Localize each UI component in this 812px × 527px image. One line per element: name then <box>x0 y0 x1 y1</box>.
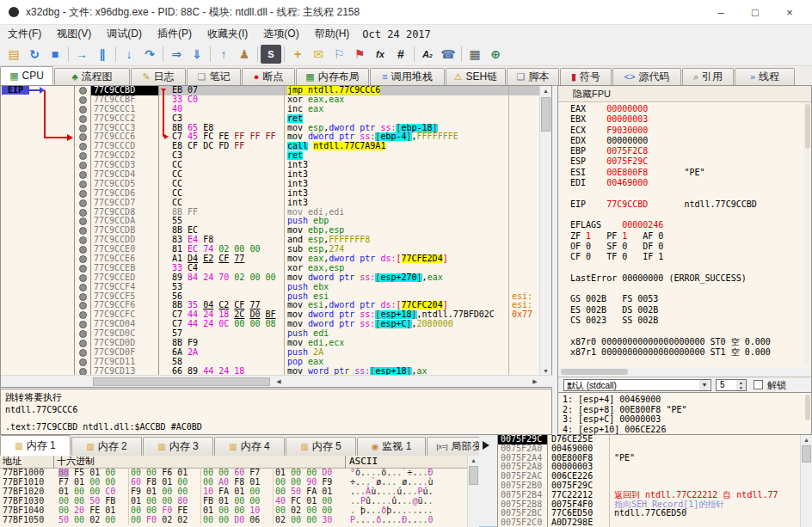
register-line[interactable]: EDI 00469000 <box>570 178 803 188</box>
step-into-button[interactable]: ↓ <box>119 45 139 64</box>
stack-row[interactable]: 0075F2BC77C6ED50ntdll.77C6ED50 <box>498 509 812 518</box>
trace-into-button[interactable]: ⇒ <box>166 45 187 64</box>
register-line[interactable] <box>570 284 803 294</box>
breakpoint-dot-cell[interactable] <box>74 301 91 310</box>
breakpoint-dot-cell[interactable] <box>74 245 91 254</box>
disasm-row[interactable]: 77C9CCDB8B ECmov ebp,esp <box>1 226 539 236</box>
breakpoint-dot-cell[interactable] <box>74 124 91 133</box>
argument-line-1[interactable]: 1: [esp+4] 00469000 <box>558 395 811 405</box>
disasm-row[interactable]: 77C9CCD5CCint3 <box>1 180 539 189</box>
breakpoint-dot-cell[interactable] <box>74 142 91 151</box>
dump-tab-memory-3[interactable]: ▥内存 3 <box>143 437 213 456</box>
disasm-row[interactable]: 77C9CCDD83 E4 F8and esp,FFFFFFF8 <box>1 236 539 245</box>
tab-script[interactable]: ❏脚本 <box>507 68 559 85</box>
tab-memory-map[interactable]: ▦内存布局 <box>296 68 369 85</box>
tab-notes[interactable]: ❏笔记 <box>187 68 241 85</box>
tab-threads[interactable]: »线程 <box>735 68 795 85</box>
breakpoint-dot-cell[interactable] <box>74 170 91 180</box>
scroll-thumb[interactable] <box>802 445 811 463</box>
register-line[interactable]: OF 0 SF 0 DF 0 <box>570 242 803 252</box>
breakpoint-list-button[interactable]: ⚑ <box>349 45 370 64</box>
argument-line-3[interactable]: 3: [esp+C] 00000003 <box>558 414 811 425</box>
execute-till-return-button[interactable]: ↑ <box>213 45 234 64</box>
breakpoint-dot-cell[interactable] <box>74 217 91 226</box>
dump-row[interactable]: 77BF103000 00 50 FB01 00 00 80FB 01 00 0… <box>0 496 467 506</box>
minimize-button[interactable]: – <box>704 0 738 24</box>
disasm-row[interactable]: 77C9CCED89 84 24 70 02 00 00mov dword pt… <box>1 273 539 283</box>
stack-row[interactable]: 0075F29CD76CE25E <box>498 435 812 444</box>
tab-overflow-arrow[interactable] <box>483 441 489 450</box>
disasm-row[interactable]: 77C9CD1158pop eax <box>1 358 539 367</box>
menu-item-3[interactable]: 插件(P) <box>150 25 200 43</box>
disasm-row[interactable]: 77C9CCDA55push ebp <box>1 217 539 226</box>
dump-tab-memory-1[interactable]: ▥内存 1 <box>0 435 71 456</box>
register-line[interactable]: ECX F9030000 <box>570 126 803 136</box>
step-over-button[interactable]: ↷ <box>139 45 160 64</box>
comment-button[interactable]: ✉ <box>308 45 329 64</box>
dump-row[interactable]: 77BF104000 20 FE 0100 00 F0 FE01 00 00 1… <box>0 506 467 515</box>
register-line[interactable]: CS 0023 SS 002B <box>570 316 803 326</box>
register-line[interactable]: ESI 00E800F8 "PE" <box>570 168 803 178</box>
column-header-hex[interactable]: 十六进制 <box>54 456 346 468</box>
a2z-button[interactable]: A₂ <box>417 45 438 64</box>
open-file-button[interactable]: ▤ <box>3 45 24 64</box>
breakpoint-dot-cell[interactable] <box>74 283 91 292</box>
breakpoint-dot-cell[interactable] <box>74 329 91 339</box>
register-line[interactable]: CF 0 TF 0 IF 1 <box>570 252 803 262</box>
globe-button[interactable]: ⊕ <box>485 45 506 64</box>
disasm-row[interactable]: 77C9CCE081 EC 74 02 00 00sub esp,274 <box>1 245 539 254</box>
register-line[interactable]: EAX 00000000 <box>570 104 803 114</box>
close-button[interactable]: × <box>772 0 807 24</box>
menu-item-0[interactable]: 文件(F) <box>0 25 49 43</box>
register-line[interactable]: ESP 0075F29C <box>570 156 803 167</box>
scroll-thumb[interactable] <box>561 369 628 375</box>
scroll-thumb[interactable] <box>469 466 478 485</box>
dump-vertical-scrollbar[interactable]: ▲ <box>467 456 479 527</box>
stack-vertical-scrollbar[interactable]: ▲ <box>800 435 812 527</box>
stop-button[interactable]: ■ <box>45 45 65 64</box>
breakpoint-dot-cell[interactable] <box>74 310 91 320</box>
breakpoint-dot-cell[interactable] <box>74 254 91 264</box>
disasm-row[interactable]: 77C9CCCDE8 CF DC FD FFcall ntdll.77C7A9A… <box>1 142 539 151</box>
tab-source[interactable]: <>源代码 <box>612 68 681 85</box>
disasm-row[interactable]: 77C9CD0F6A 2Apush 2A <box>1 348 539 358</box>
scroll-left-icon[interactable]: ◀ <box>3 376 555 388</box>
stack-row[interactable]: 0075F2A400E800F8"PE" <box>498 454 812 463</box>
scroll-thumb[interactable] <box>805 104 810 149</box>
hide-fpu-button[interactable]: 隐藏FPU <box>558 86 811 102</box>
dump-tab-watch-1[interactable]: ◉监视 1 <box>357 437 426 456</box>
register-line[interactable] <box>570 326 803 336</box>
tab-references[interactable]: ⌕引用 <box>682 68 734 85</box>
disasm-row[interactable]: 77C9CCD4CCint3 <box>1 170 539 180</box>
menu-item-2[interactable]: 调试(D) <box>99 25 150 43</box>
tab-cpu[interactable]: ▦CPU <box>0 66 53 85</box>
stack-row[interactable]: 0075F2A800000003 <box>498 463 812 472</box>
register-line[interactable] <box>570 188 803 199</box>
disasm-row[interactable]: 77C9CCD88B FFmov edi,edi <box>1 208 539 218</box>
chevron-down-icon[interactable]: ▼ <box>699 380 710 390</box>
register-line[interactable]: GS 002B FS 0053 <box>570 294 803 304</box>
menu-item-6[interactable]: 帮助(H) <box>307 25 358 43</box>
argument-line-2[interactable]: 2: [esp+8] 00E800F8 "PE" <box>558 405 811 415</box>
disasm-row[interactable]: 77C9CCD2C3ret <box>1 151 539 161</box>
skip-button[interactable]: S <box>261 45 281 64</box>
breakpoint-dot-cell[interactable] <box>74 208 91 218</box>
menu-item-4[interactable]: 收藏夹(I) <box>200 25 255 43</box>
breakpoint-dot-cell[interactable] <box>74 161 91 170</box>
register-line[interactable]: ZF 1 PF 1 AF 0 <box>570 231 803 242</box>
stack-row[interactable]: 0075F2B00075F29C <box>498 481 812 491</box>
breakpoint-dot-cell[interactable] <box>74 151 91 161</box>
disasm-horizontal-scrollbar[interactable]: ◀ ▶ <box>1 375 553 387</box>
scroll-up-icon[interactable]: ▲ <box>468 456 479 466</box>
trace-over-button[interactable]: ⇓ <box>187 45 207 64</box>
disasm-row[interactable]: 77C9CCC140inc eax <box>1 105 539 114</box>
scroll-right-icon[interactable]: ▶ <box>531 376 539 388</box>
unlock-checkbox[interactable] <box>754 380 763 389</box>
stack-row[interactable]: 0075F2AC006CE226 <box>498 472 812 481</box>
register-line[interactable]: x87r0 00000000000000000000 ST0 空 0.000 <box>570 337 803 347</box>
breakpoint-dot-cell[interactable] <box>74 226 91 236</box>
disasm-row[interactable]: 77C9CCBDEB 07jmp ntdll.77C9CCC6 <box>1 86 539 95</box>
tab-breakpoints[interactable]: ●断点 <box>242 68 295 85</box>
disasm-row[interactable]: 77C9CCC2C3ret <box>1 114 539 124</box>
stack-row[interactable]: 0075F2B477C22212返回到 ntdll.77C22212 自 ntd… <box>498 491 812 500</box>
